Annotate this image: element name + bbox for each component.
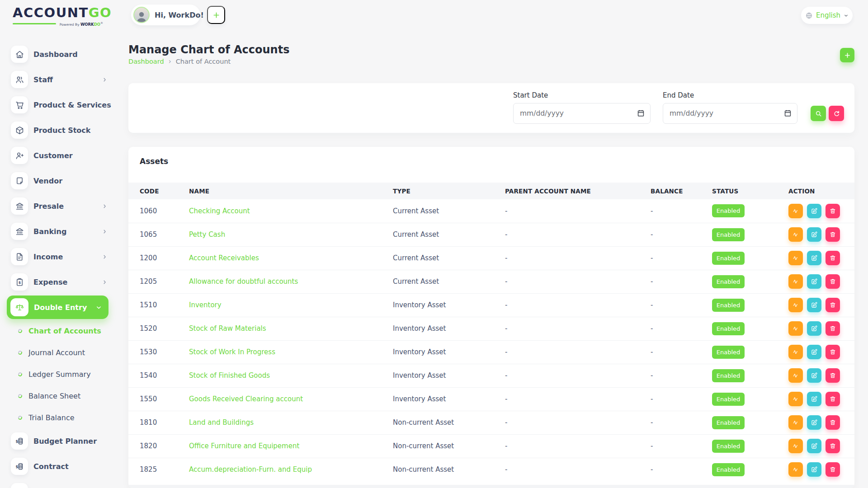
edit-button[interactable] [807, 392, 821, 406]
activity-button[interactable] [788, 439, 803, 453]
account-name-link[interactable]: Stock of Finished Goods [189, 371, 270, 380]
edit-button[interactable] [807, 227, 821, 242]
account-code: 1820 [128, 434, 189, 458]
edit-button[interactable] [807, 321, 821, 336]
language-selector[interactable]: English [801, 7, 853, 24]
account-code: 1060 [128, 199, 189, 223]
wave-icon [792, 372, 799, 379]
delete-button[interactable] [826, 321, 840, 336]
account-balance: - [651, 317, 712, 340]
activity-button[interactable] [788, 298, 803, 312]
account-name-link[interactable]: Stock of Work In Progress [189, 348, 275, 356]
sidebar-subitem-chart-of-accounts[interactable]: Chart of Accounts [0, 320, 119, 342]
search-icon [815, 110, 822, 117]
activity-button[interactable] [788, 345, 803, 359]
plus-icon [212, 11, 221, 19]
sidebar-item-partial[interactable] [0, 479, 119, 488]
delete-button[interactable] [826, 204, 840, 218]
sidebar-item-vendor[interactable]: Vendor [0, 168, 119, 193]
activity-button[interactable] [788, 415, 803, 430]
avatar [133, 7, 150, 23]
sidebar-item-double-entry[interactable]: Double Entry [7, 296, 108, 319]
trash-icon [829, 278, 836, 285]
sidebar-item-banking[interactable]: Banking [0, 219, 119, 244]
start-date-field [513, 103, 651, 124]
activity-button[interactable] [788, 392, 803, 406]
sidebar-item-income[interactable]: Income [0, 244, 119, 269]
edit-button[interactable] [807, 274, 821, 289]
sidebar-subitem-ledger-summary[interactable]: Ledger Summary [0, 363, 119, 385]
activity-button[interactable] [788, 227, 803, 242]
user-menu[interactable]: Hi, WorkDo! [131, 5, 200, 25]
activity-button[interactable] [788, 204, 803, 218]
edit-button[interactable] [807, 204, 821, 218]
account-name-link[interactable]: Account Receivables [189, 254, 259, 262]
edit-button[interactable] [807, 439, 821, 453]
delete-button[interactable] [826, 227, 840, 242]
sidebar-item-dashboard[interactable]: Dashboard [0, 42, 119, 67]
activity-button[interactable] [788, 274, 803, 289]
delete-button[interactable] [826, 462, 840, 477]
activity-button[interactable] [788, 321, 803, 336]
sidebar-item-contract[interactable]: $Contract [0, 454, 119, 479]
delete-button[interactable] [826, 415, 840, 430]
bullet-icon [18, 393, 23, 399]
trash-icon [829, 442, 836, 450]
reset-button[interactable] [829, 106, 844, 121]
sidebar-item-staff[interactable]: Staff [0, 67, 119, 92]
add-account-button[interactable] [840, 48, 854, 62]
account-name-link[interactable]: Stock of Raw Materials [189, 324, 266, 333]
accounts-table: CODENAMETYPEPARENT ACCOUNT NAMEBALANCEST… [128, 183, 854, 481]
end-date-input[interactable] [663, 103, 797, 124]
account-name-link[interactable]: Goods Received Clearing account [189, 395, 303, 403]
edit-button[interactable] [807, 415, 821, 430]
status-badge: Enabled [712, 346, 745, 359]
edit-button[interactable] [807, 251, 821, 265]
edit-button[interactable] [807, 345, 821, 359]
activity-button[interactable] [788, 368, 803, 383]
sidebar-item-expense[interactable]: $Expense [0, 269, 119, 295]
sidebar-subitem-balance-sheet[interactable]: Balance Sheet [0, 385, 119, 407]
delete-button[interactable] [826, 298, 840, 312]
activity-button[interactable] [788, 462, 803, 477]
sidebar-subitem-trial-balance[interactable]: Trial Balance [0, 407, 119, 428]
activity-button[interactable] [788, 251, 803, 265]
delete-button[interactable] [826, 392, 840, 406]
delete-button[interactable] [826, 251, 840, 265]
svg-text:$: $ [15, 465, 18, 469]
sidebar-subitem-journal-account[interactable]: Journal Account [0, 342, 119, 363]
section-title: Assets [140, 157, 168, 166]
refresh-icon [833, 110, 840, 117]
start-date-input[interactable] [513, 103, 651, 124]
sidebar-item-presale[interactable]: Presale [0, 193, 119, 219]
edit-button[interactable] [807, 462, 821, 477]
account-name-link[interactable]: Land and Buildings [189, 418, 254, 427]
edit-button[interactable] [807, 368, 821, 383]
delete-button[interactable] [826, 368, 840, 383]
column-header-code: CODE [128, 183, 189, 199]
sidebar-item-product-services[interactable]: Product & Services [0, 92, 119, 117]
table-row: 1200Account ReceivablesCurrent Asset--En… [128, 246, 854, 270]
account-name-link[interactable]: Checking Account [189, 207, 250, 215]
svg-text:$: $ [15, 439, 18, 444]
account-name-link[interactable]: Allowance for doubtful accounts [189, 277, 298, 286]
account-name-link[interactable]: Inventory [189, 301, 222, 309]
sidebar-item-product-stock[interactable]: Product Stock [0, 117, 119, 143]
sidebar-item-customer[interactable]: Customer [0, 143, 119, 168]
account-name-link[interactable]: Petty Cash [189, 230, 225, 239]
account-name-link[interactable]: Office Furniture and Equipement [189, 442, 299, 450]
delete-button[interactable] [826, 274, 840, 289]
edit-button[interactable] [807, 298, 821, 312]
wave-icon [792, 278, 799, 285]
search-button[interactable] [811, 106, 826, 121]
sidebar-item-budget-planner[interactable]: $Budget Planner [0, 428, 119, 454]
account-name-link[interactable]: Accum.depreciation-Furn. and Equip [189, 465, 312, 474]
quick-add-button[interactable] [207, 6, 225, 24]
delete-button[interactable] [826, 345, 840, 359]
delete-button[interactable] [826, 439, 840, 453]
account-type: Inventory Asset [393, 364, 505, 387]
sidebar-item-label: Product Stock [33, 126, 90, 135]
action-cell [788, 199, 854, 223]
breadcrumb-dashboard-link[interactable]: Dashboard [128, 58, 164, 65]
account-code: 1810 [128, 411, 189, 434]
